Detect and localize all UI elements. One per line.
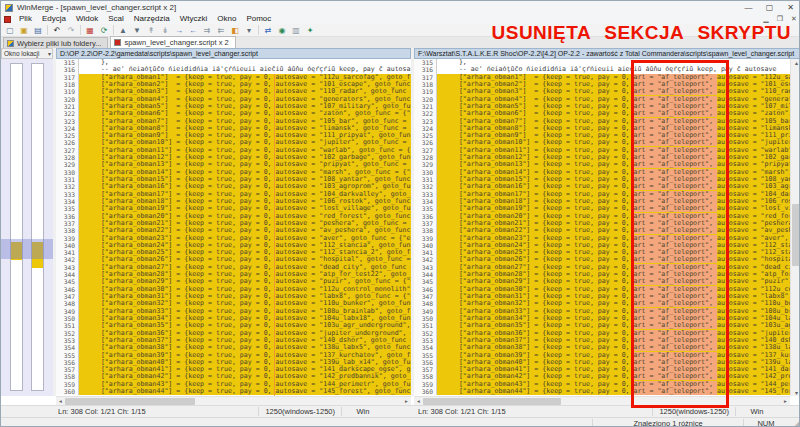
code-line[interactable]: 341 ["arhara_obman25"] = {keep = true, p… [56,249,411,256]
code-line[interactable]: 345 ["arhara_obman29"] = {keep = true, p… [414,278,790,285]
copy-all-left-icon[interactable]: ⇇ [214,24,228,36]
first-diff-icon[interactable]: ↟ [144,24,158,36]
code-line[interactable]: 326 ["arhara_obman10"] = {keep = true, p… [56,139,411,146]
redo-icon[interactable]: ↷ [64,24,78,36]
code-line[interactable]: 315 }, [414,59,790,66]
code-line[interactable]: 339 ["arhara_obman23"] = {keep = true, p… [56,235,411,242]
code-line[interactable]: 343 ["arhara_obman27"] = {keep = true, p… [56,264,411,271]
code-line[interactable]: 355 ["arhara_obman39"] = {keep = true, p… [56,352,411,359]
code-line[interactable]: 327 ["arhara_obman11"] = {keep = true, p… [56,147,411,154]
view-dropdown-icon[interactable]: ▾ [242,24,256,36]
refresh-icon[interactable]: ⟳ [97,24,111,36]
prev-diff-icon[interactable]: ▲ [116,24,130,36]
right-editor-pane[interactable]: 315 },316 -- ae' ńeiaóţůčo ńieidіdńia iá… [414,59,790,396]
code-line[interactable]: 321 ["arhara_obman5"] = {keep = true, pa… [414,103,790,110]
code-line[interactable]: 315 }, [56,59,411,66]
code-line[interactable]: 316 -- ae' ńeiaóţůčo ńieidіdńia iá'çŕńie… [414,66,790,73]
code-line[interactable]: 319 ["arhara_obman3"] = {keep = true, pa… [56,88,411,95]
swap-panes-icon[interactable]: ⇄ [261,24,275,36]
code-line[interactable]: 328 ["arhara_obman12"] = {keep = true, p… [56,154,411,161]
code-line[interactable]: 330 ["arhara_obman14"] = {keep = true, p… [56,169,411,176]
code-line[interactable]: 343 ["arhara_obman27"] = {keep = true, p… [414,264,790,271]
code-line[interactable]: 342 ["arhara_obman26"] = {keep = true, p… [56,256,411,263]
left-editor-pane[interactable]: 315 },316 -- ae' ńeiaóţůčo ńieidіdńia iá… [56,59,411,396]
code-line[interactable]: 339 ["arhara_obman23"] = {keep = true, p… [414,235,790,242]
menu-narzdzia[interactable]: Narzędzia [129,14,175,24]
right-horizontal-scrollbar[interactable]: ◂ ▸ [414,396,790,405]
code-line[interactable]: 351 ["arhara_obman35"] = {keep = true, p… [56,322,411,329]
code-line[interactable]: 323 ["arhara_obman7"] = {keep = true, pa… [56,118,411,125]
code-line[interactable]: 358 ["arhara_obman42"] = {keep = true, p… [414,373,790,380]
code-line[interactable]: 334 ["arhara_obman18"] = {keep = true, p… [56,198,411,205]
open-folder-icon[interactable]: ▣ [17,24,31,36]
menu-scal[interactable]: Scal [103,14,129,24]
code-line[interactable]: 356 ["arhara_obman40"] = {keep = true, p… [56,359,411,366]
last-diff-icon[interactable]: ↡ [158,24,172,36]
save-icon[interactable]: ▤ [31,24,45,36]
code-line[interactable]: 353 ["arhara_obman37"] = {keep = true, p… [414,337,790,344]
code-line[interactable]: 322 ["arhara_obman6"] = {keep = true, pa… [414,110,790,117]
code-line[interactable]: 344 ["arhara_obman28"] = {keep = true, p… [56,271,411,278]
code-line[interactable]: 346 ["arhara_obman30"] = {keep = true, p… [414,286,790,293]
compare-method-icon[interactable]: ◉ [275,24,289,36]
code-line[interactable]: 359 ["arhara_obman43"] = {keep = true, p… [414,381,790,388]
code-line[interactable]: 348 ["arhara_obman32"] = {keep = true, p… [414,300,790,307]
code-line[interactable]: 322 ["arhara_obman6"] = {keep = true, pa… [56,110,411,117]
resize-grip[interactable]: ◢ [788,419,800,427]
code-line[interactable]: 335 ["arhara_obman19"] = {keep = true, p… [414,205,790,212]
code-line[interactable]: 320 ["arhara_obman4"] = {keep = true, pa… [414,96,790,103]
menu-okno[interactable]: Okno [212,14,241,24]
code-line[interactable]: 331 ["arhara_obman15"] = {keep = true, p… [56,176,411,183]
code-line[interactable]: 325 ["arhara_obman9"] = {keep = true, pa… [56,132,411,139]
code-line[interactable]: 340 ["arhara_obman24"] = {keep = true, p… [414,242,790,249]
code-line[interactable]: 334 ["arhara_obman18"] = {keep = true, p… [414,198,790,205]
code-line[interactable]: 356 ["arhara_obman40"] = {keep = true, p… [414,359,790,366]
code-line[interactable]: 337 ["arhara_obman21"] = {keep = true, p… [414,220,790,227]
new-file-icon[interactable]: ▢ [3,24,17,36]
code-line[interactable]: 324 ["arhara_obman8"] = {keep = true, pa… [414,125,790,132]
options-icon[interactable]: ▦ [83,24,97,36]
scroll-down-icon[interactable]: ▾ [791,389,800,396]
code-line[interactable]: 326 ["arhara_obman10"] = {keep = true, p… [414,139,790,146]
plugins-icon[interactable]: ✦ [303,24,317,36]
code-line[interactable]: 357 ["arhara_obman41"] = {keep = true, p… [414,366,790,373]
code-line[interactable]: 342 ["arhara_obman26"] = {keep = true, p… [414,256,790,263]
menu-plik[interactable]: Plik [14,14,37,24]
code-line[interactable]: 354 ["arhara_obman38"] = {keep = true, p… [414,344,790,351]
code-line[interactable]: 324 ["arhara_obman8"] = {keep = true, pa… [56,125,411,132]
chevron-down-icon[interactable]: ▾ [48,50,52,57]
code-line[interactable]: 323 ["arhara_obman7"] = {keep = true, pa… [414,118,790,125]
code-line[interactable]: 331 ["arhara_obman15"] = {keep = true, p… [414,176,790,183]
code-line[interactable]: 330 ["arhara_obman14"] = {keep = true, p… [414,169,790,176]
copy-right-icon[interactable]: → [172,24,186,36]
maximize-button[interactable]: ▢ [759,1,780,14]
copy-left-icon[interactable]: ← [186,24,200,36]
code-line[interactable]: 349 ["arhara_obman33"] = {keep = true, p… [414,308,790,315]
code-line[interactable]: 358 ["arhara_obman42"] = {keep = true, p… [56,373,411,380]
code-line[interactable]: 338 ["arhara_obman22"] = {keep = true, p… [56,227,411,234]
code-line[interactable]: 357 ["arhara_obman41"] = {keep = true, p… [56,366,411,373]
code-line[interactable]: 333 ["arhara_obman17"] = {keep = true, p… [414,191,790,198]
code-line[interactable]: 350 ["arhara_obman34"] = {keep = true, p… [56,315,411,322]
code-line[interactable]: 329 ["arhara_obman13"] = {keep = true, p… [56,161,411,168]
scrollbar-thumb[interactable] [792,204,800,266]
window-split-icon[interactable]: ▥ [289,24,303,36]
code-line[interactable]: 333 ["arhara_obman17"] = {keep = true, p… [56,191,411,198]
code-line[interactable]: 337 ["arhara_obman21"] = {keep = true, p… [56,220,411,227]
vertical-scrollbar[interactable]: ▴ ▾ [790,59,800,396]
code-line[interactable]: 318 ["arhara_obman2"] = {keep = true, pa… [56,81,411,88]
menu-edycja[interactable]: Edycja [37,14,71,24]
code-line[interactable]: 360 ["arhara_obman44"] = {keep = true, p… [56,388,411,395]
code-line[interactable]: 318 ["arhara_obman2"] = {keep = true, pa… [414,81,790,88]
visible-area-indicator[interactable] [1,239,53,259]
code-line[interactable]: 320 ["arhara_obman4"] = {keep = true, pa… [56,96,411,103]
menu-wtyczki[interactable]: Wtyczki [175,14,213,24]
close-button[interactable]: ✕ [780,1,800,14]
scroll-up-icon[interactable]: ▴ [791,59,800,66]
code-line[interactable]: 317 ["arhara_obman1"] = {keep = true, pa… [414,74,790,81]
location-bar-right[interactable] [31,63,44,391]
code-line[interactable]: 353 ["arhara_obman37"] = {keep = true, p… [56,337,411,344]
tab-file-selector[interactable]: Wybierz pliki lub foldery... [3,37,108,48]
code-line[interactable]: 316 -- ae' ńeiaóţůčo ńieidіdńia iá'çŕńie… [56,66,411,73]
code-line[interactable]: 345 ["arhara_obman29"] = {keep = true, p… [56,278,411,285]
